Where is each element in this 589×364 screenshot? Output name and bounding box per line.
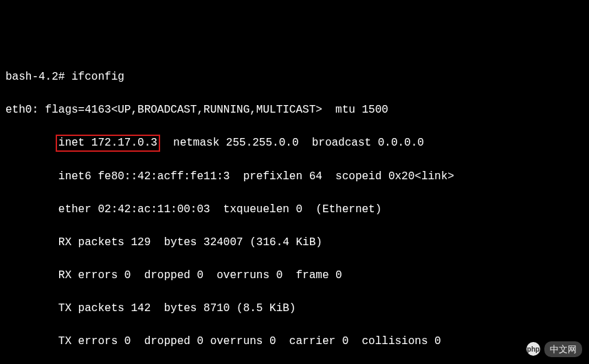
eth0-tx-errors: TX errors 0 dropped 0 overruns 0 carrier… [5,333,584,350]
eth0-ether-line: ether 02:42:ac:11:00:03 txqueuelen 0 (Et… [5,201,584,218]
eth0-rx-errors: RX errors 0 dropped 0 overruns 0 frame 0 [5,267,584,284]
eth0-inet-line: inet 172.17.0.3 netmask 255.255.0.0 broa… [5,135,584,152]
eth0-inet-highlight: inet 172.17.0.3 [56,135,160,152]
watermark: php 中文网 [526,341,582,358]
eth0-rx-packets: RX packets 129 bytes 324007 (316.4 KiB) [5,234,584,251]
eth0-inet6-line: inet6 fe80::42:acff:fe11:3 prefixlen 64 … [5,168,584,185]
shell-prompt: bash-4.2# [5,71,71,83]
eth0-tx-packets: TX packets 142 bytes 8710 (8.5 KiB) [5,300,584,317]
command-text: ifconfig [71,71,124,83]
watermark-logo-icon: php [526,342,540,356]
watermark-text: 中文网 [544,341,582,358]
eth0-inet-rest: netmask 255.255.0.0 broadcast 0.0.0.0 [160,137,424,149]
terminal-line[interactable]: bash-4.2# ifconfig [5,69,584,85]
eth0-header: eth0: flags=4163<UP,BROADCAST,RUNNING,MU… [5,102,584,118]
